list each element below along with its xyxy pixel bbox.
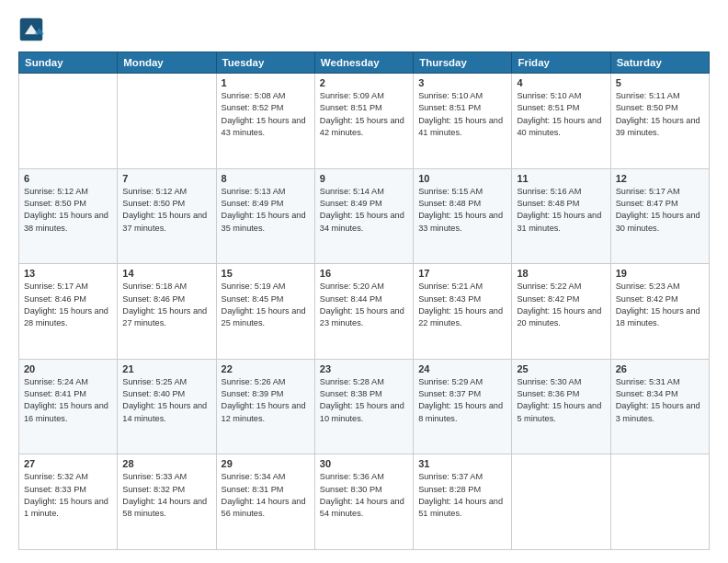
- logo: [18, 17, 48, 42]
- day-info: Sunrise: 5:37 AM Sunset: 8:28 PM Dayligh…: [418, 471, 506, 520]
- day-number: 6: [24, 173, 112, 184]
- day-number: 29: [222, 458, 310, 469]
- calendar-cell: [118, 74, 216, 169]
- logo-icon: [18, 17, 44, 42]
- header-cell-monday: Monday: [118, 52, 216, 74]
- day-info: Sunrise: 5:26 AM Sunset: 8:39 PM Dayligh…: [222, 376, 310, 425]
- day-info: Sunrise: 5:29 AM Sunset: 8:37 PM Dayligh…: [418, 376, 506, 425]
- day-info: Sunrise: 5:30 AM Sunset: 8:36 PM Dayligh…: [517, 376, 605, 425]
- day-number: 23: [320, 363, 408, 374]
- day-number: 1: [222, 77, 310, 88]
- calendar-cell: 7Sunrise: 5:12 AM Sunset: 8:50 PM Daylig…: [118, 168, 216, 264]
- day-number: 4: [517, 77, 605, 88]
- day-info: Sunrise: 5:20 AM Sunset: 8:44 PM Dayligh…: [320, 281, 408, 329]
- calendar-cell: [610, 454, 709, 550]
- header-cell-saturday: Saturday: [610, 52, 709, 74]
- day-info: Sunrise: 5:10 AM Sunset: 8:51 PM Dayligh…: [418, 90, 506, 139]
- calendar-cell: 25Sunrise: 5:30 AM Sunset: 8:36 PM Dayli…: [512, 359, 610, 454]
- calendar-cell: 20Sunrise: 5:24 AM Sunset: 8:41 PM Dayli…: [19, 359, 118, 454]
- calendar-cell: 10Sunrise: 5:15 AM Sunset: 8:48 PM Dayli…: [414, 168, 512, 264]
- day-number: 20: [24, 363, 112, 374]
- day-info: Sunrise: 5:17 AM Sunset: 8:47 PM Dayligh…: [616, 186, 704, 235]
- header-cell-wednesday: Wednesday: [314, 52, 413, 74]
- calendar-cell: 13Sunrise: 5:17 AM Sunset: 8:46 PM Dayli…: [19, 264, 118, 360]
- calendar-cell: 5Sunrise: 5:11 AM Sunset: 8:50 PM Daylig…: [610, 74, 709, 169]
- calendar-cell: 12Sunrise: 5:17 AM Sunset: 8:47 PM Dayli…: [610, 168, 709, 264]
- day-number: 5: [616, 77, 704, 88]
- day-info: Sunrise: 5:09 AM Sunset: 8:51 PM Dayligh…: [320, 90, 408, 139]
- calendar-header-row: SundayMondayTuesdayWednesdayThursdayFrid…: [19, 52, 710, 74]
- day-number: 26: [616, 363, 704, 374]
- day-info: Sunrise: 5:12 AM Sunset: 8:50 PM Dayligh…: [24, 186, 112, 235]
- header-cell-thursday: Thursday: [414, 52, 512, 74]
- calendar-cell: 9Sunrise: 5:14 AM Sunset: 8:49 PM Daylig…: [314, 168, 413, 264]
- calendar-cell: 30Sunrise: 5:36 AM Sunset: 8:30 PM Dayli…: [314, 454, 413, 550]
- day-number: 3: [418, 77, 506, 88]
- day-info: Sunrise: 5:25 AM Sunset: 8:40 PM Dayligh…: [122, 376, 210, 425]
- calendar-cell: 4Sunrise: 5:10 AM Sunset: 8:51 PM Daylig…: [512, 74, 610, 169]
- day-info: Sunrise: 5:13 AM Sunset: 8:49 PM Dayligh…: [222, 186, 310, 235]
- calendar-cell: 11Sunrise: 5:16 AM Sunset: 8:48 PM Dayli…: [512, 168, 610, 264]
- day-info: Sunrise: 5:23 AM Sunset: 8:42 PM Dayligh…: [616, 281, 704, 329]
- day-number: 31: [418, 458, 506, 469]
- day-info: Sunrise: 5:17 AM Sunset: 8:46 PM Dayligh…: [24, 281, 112, 329]
- calendar-week-row: 27Sunrise: 5:32 AM Sunset: 8:33 PM Dayli…: [19, 454, 710, 550]
- calendar-cell: 24Sunrise: 5:29 AM Sunset: 8:37 PM Dayli…: [414, 359, 512, 454]
- calendar-cell: 21Sunrise: 5:25 AM Sunset: 8:40 PM Dayli…: [118, 359, 216, 454]
- header-cell-tuesday: Tuesday: [216, 52, 314, 74]
- day-number: 27: [24, 458, 112, 469]
- calendar-week-row: 20Sunrise: 5:24 AM Sunset: 8:41 PM Dayli…: [19, 359, 710, 454]
- day-info: Sunrise: 5:32 AM Sunset: 8:33 PM Dayligh…: [24, 471, 112, 520]
- calendar-cell: 1Sunrise: 5:08 AM Sunset: 8:52 PM Daylig…: [216, 74, 314, 169]
- calendar-cell: 16Sunrise: 5:20 AM Sunset: 8:44 PM Dayli…: [314, 264, 413, 360]
- day-number: 14: [122, 268, 210, 279]
- day-number: 10: [418, 173, 506, 184]
- header-cell-friday: Friday: [512, 52, 610, 74]
- day-info: Sunrise: 5:24 AM Sunset: 8:41 PM Dayligh…: [24, 376, 112, 425]
- calendar-cell: 17Sunrise: 5:21 AM Sunset: 8:43 PM Dayli…: [414, 264, 512, 360]
- day-number: 8: [222, 173, 310, 184]
- calendar-cell: 31Sunrise: 5:37 AM Sunset: 8:28 PM Dayli…: [414, 454, 512, 550]
- day-number: 15: [222, 268, 310, 279]
- day-info: Sunrise: 5:08 AM Sunset: 8:52 PM Dayligh…: [222, 90, 310, 139]
- calendar-week-row: 6Sunrise: 5:12 AM Sunset: 8:50 PM Daylig…: [19, 168, 710, 264]
- calendar-cell: [512, 454, 610, 550]
- calendar-cell: [19, 74, 118, 169]
- day-info: Sunrise: 5:15 AM Sunset: 8:48 PM Dayligh…: [418, 186, 506, 235]
- day-number: 30: [320, 458, 408, 469]
- calendar-cell: 28Sunrise: 5:33 AM Sunset: 8:32 PM Dayli…: [118, 454, 216, 550]
- day-number: 28: [122, 458, 210, 469]
- calendar-cell: 6Sunrise: 5:12 AM Sunset: 8:50 PM Daylig…: [19, 168, 118, 264]
- day-info: Sunrise: 5:14 AM Sunset: 8:49 PM Dayligh…: [320, 186, 408, 235]
- day-info: Sunrise: 5:28 AM Sunset: 8:38 PM Dayligh…: [320, 376, 408, 425]
- day-number: 7: [122, 173, 210, 184]
- header: [18, 17, 710, 42]
- day-number: 11: [517, 173, 605, 184]
- day-info: Sunrise: 5:19 AM Sunset: 8:45 PM Dayligh…: [222, 281, 310, 329]
- day-number: 17: [418, 268, 506, 279]
- calendar-cell: 14Sunrise: 5:18 AM Sunset: 8:46 PM Dayli…: [118, 264, 216, 360]
- day-info: Sunrise: 5:22 AM Sunset: 8:42 PM Dayligh…: [517, 281, 605, 329]
- calendar-cell: 26Sunrise: 5:31 AM Sunset: 8:34 PM Dayli…: [610, 359, 709, 454]
- day-number: 25: [517, 363, 605, 374]
- calendar-cell: 27Sunrise: 5:32 AM Sunset: 8:33 PM Dayli…: [19, 454, 118, 550]
- day-info: Sunrise: 5:11 AM Sunset: 8:50 PM Dayligh…: [616, 90, 704, 139]
- calendar-cell: 19Sunrise: 5:23 AM Sunset: 8:42 PM Dayli…: [610, 264, 709, 360]
- calendar-cell: 22Sunrise: 5:26 AM Sunset: 8:39 PM Dayli…: [216, 359, 314, 454]
- calendar-cell: 2Sunrise: 5:09 AM Sunset: 8:51 PM Daylig…: [314, 74, 413, 169]
- calendar-cell: 15Sunrise: 5:19 AM Sunset: 8:45 PM Dayli…: [216, 264, 314, 360]
- day-info: Sunrise: 5:31 AM Sunset: 8:34 PM Dayligh…: [616, 376, 704, 425]
- day-info: Sunrise: 5:12 AM Sunset: 8:50 PM Dayligh…: [122, 186, 210, 235]
- calendar-cell: 18Sunrise: 5:22 AM Sunset: 8:42 PM Dayli…: [512, 264, 610, 360]
- calendar-cell: 3Sunrise: 5:10 AM Sunset: 8:51 PM Daylig…: [414, 74, 512, 169]
- header-cell-sunday: Sunday: [19, 52, 118, 74]
- day-info: Sunrise: 5:16 AM Sunset: 8:48 PM Dayligh…: [517, 186, 605, 235]
- day-number: 16: [320, 268, 408, 279]
- day-info: Sunrise: 5:18 AM Sunset: 8:46 PM Dayligh…: [122, 281, 210, 329]
- day-info: Sunrise: 5:34 AM Sunset: 8:31 PM Dayligh…: [222, 471, 310, 520]
- calendar-week-row: 13Sunrise: 5:17 AM Sunset: 8:46 PM Dayli…: [19, 264, 710, 360]
- day-info: Sunrise: 5:33 AM Sunset: 8:32 PM Dayligh…: [122, 471, 210, 520]
- calendar-table: SundayMondayTuesdayWednesdayThursdayFrid…: [18, 52, 710, 550]
- calendar-cell: 8Sunrise: 5:13 AM Sunset: 8:49 PM Daylig…: [216, 168, 314, 264]
- day-info: Sunrise: 5:36 AM Sunset: 8:30 PM Dayligh…: [320, 471, 408, 520]
